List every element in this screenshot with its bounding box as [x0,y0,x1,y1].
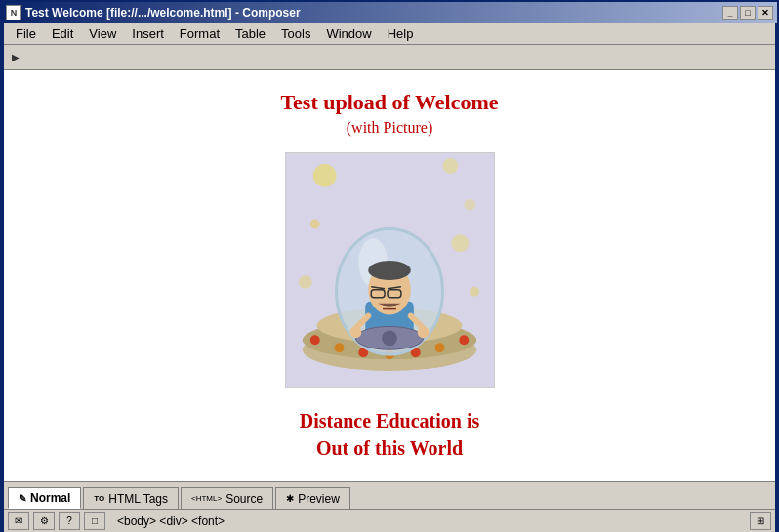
normal-tab-icon: ✎ [19,493,26,504]
tab-source-label: Source [226,492,263,506]
page-subtitle: (with Picture) [347,119,432,137]
menu-table[interactable]: Table [227,24,273,43]
svg-point-10 [309,335,319,345]
status-right: ⊞ [750,512,771,530]
menu-file[interactable]: File [8,24,44,43]
svg-point-32 [382,330,397,346]
toolbar: ▶ [4,45,775,70]
menu-edit[interactable]: Edit [44,24,81,43]
status-left: ✉ ⚙ ? □ <body> <div> <font> [8,512,225,530]
status-icon-help[interactable]: ? [59,512,80,530]
menu-help[interactable]: Help [380,24,422,43]
svg-point-6 [298,275,311,289]
toolbar-arrow: ▶ [8,50,23,64]
preview-tab-icon: ✱ [286,493,294,504]
window-title: Test Welcome [file://.../welcome.html] -… [25,6,301,20]
status-icon-gear[interactable]: ⚙ [33,512,55,530]
bottom-text-line2: Out of this World [300,434,479,462]
menu-view[interactable]: View [81,24,124,43]
title-bar: N Test Welcome [file://.../welcome.html]… [2,2,777,23]
app-icon: N [6,5,21,20]
tab-html-tags[interactable]: TO HTML Tags [83,487,179,509]
status-bar: ✉ ⚙ ? □ <body> <div> <font> ⊞ [4,509,775,532]
svg-point-23 [368,261,411,280]
ufo-svg [286,152,494,388]
menu-format[interactable]: Format [172,24,227,43]
status-resize[interactable]: ⊞ [750,512,771,530]
svg-point-2 [442,158,458,174]
title-bar-left: N Test Welcome [file://.../welcome.html]… [6,5,301,20]
source-tab-icon: <HTML> [191,494,222,503]
tab-html-tags-label: HTML Tags [108,492,168,506]
menu-window[interactable]: Window [318,24,379,43]
minimize-button[interactable]: _ [722,6,738,20]
html-tags-icon: TO [94,494,104,503]
page-title: Test upload of Welcome [280,90,498,115]
bottom-text-line1: Distance Education is [300,407,479,434]
svg-point-33 [349,326,361,338]
menu-insert[interactable]: Insert [124,24,172,43]
tab-normal[interactable]: ✎ Normal [8,487,81,509]
svg-point-3 [464,199,475,211]
svg-point-1 [312,164,336,187]
svg-point-7 [470,287,479,297]
tab-source[interactable]: <HTML> Source [181,487,273,509]
svg-point-15 [434,343,444,352]
bottom-text: Distance Education is Out of this World [300,407,479,462]
content-area: Test upload of Welcome (with Picture) [4,70,775,481]
tab-preview[interactable]: ✱ Preview [275,487,350,509]
breadcrumb: <body> <div> <font> [117,514,225,528]
status-icons: ✉ ⚙ ? □ [8,512,105,530]
svg-point-4 [309,219,319,228]
tab-normal-label: Normal [30,491,70,505]
maximize-button[interactable]: □ [740,6,756,20]
ufo-image [285,152,495,388]
app-window: N Test Welcome [file://.../welcome.html]… [0,0,779,532]
svg-point-11 [334,343,344,352]
close-button[interactable]: ✕ [758,6,773,20]
window-controls: _ □ ✕ [722,6,773,20]
tab-bar: ✎ Normal TO HTML Tags <HTML> Source ✱ Pr… [4,481,775,509]
svg-point-16 [459,335,469,345]
menu-tools[interactable]: Tools [273,24,318,43]
status-icon-email[interactable]: ✉ [8,512,29,530]
window-body: File Edit View Insert Format Table Tools… [2,23,777,532]
tab-preview-label: Preview [298,492,340,506]
svg-point-34 [417,326,429,338]
menu-bar: File Edit View Insert Format Table Tools… [4,23,775,45]
status-icon-box[interactable]: □ [84,512,105,530]
svg-point-5 [451,234,469,252]
